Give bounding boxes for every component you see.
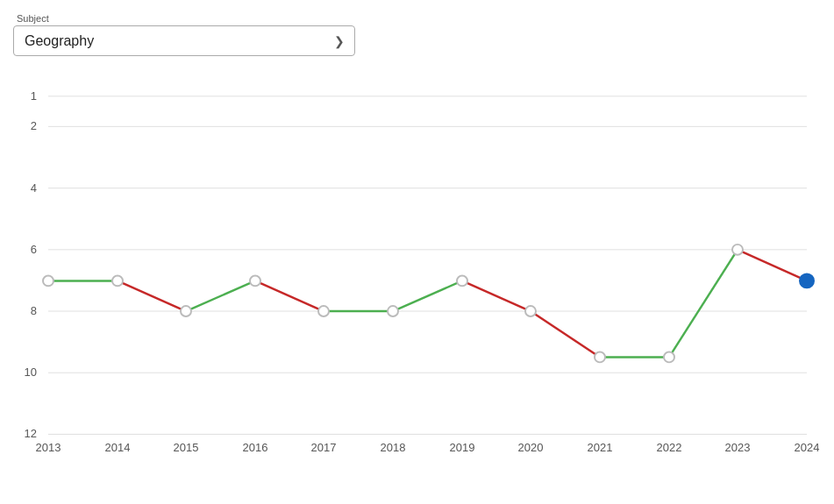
svg-text:2018: 2018 bbox=[381, 441, 406, 454]
svg-line-36 bbox=[738, 250, 807, 281]
svg-text:2016: 2016 bbox=[243, 441, 268, 454]
data-point-2024-current bbox=[799, 273, 815, 289]
svg-text:2019: 2019 bbox=[450, 441, 475, 454]
data-point-2015 bbox=[181, 306, 191, 316]
data-point-2020 bbox=[525, 306, 536, 316]
svg-line-29 bbox=[255, 280, 324, 311]
svg-text:6: 6 bbox=[31, 243, 37, 256]
svg-text:2015: 2015 bbox=[174, 441, 199, 454]
svg-text:2024: 2024 bbox=[795, 441, 820, 454]
svg-line-35 bbox=[669, 250, 738, 358]
rank-chart: 1 2 4 6 8 10 12 2013 2014 2015 2016 2017… bbox=[0, 79, 834, 469]
data-point-2017 bbox=[318, 306, 329, 316]
svg-text:2: 2 bbox=[31, 119, 37, 132]
svg-text:8: 8 bbox=[31, 304, 37, 317]
data-point-2014 bbox=[112, 275, 123, 286]
svg-text:2022: 2022 bbox=[657, 441, 682, 454]
svg-line-33 bbox=[531, 311, 600, 357]
svg-text:2013: 2013 bbox=[36, 441, 61, 454]
chart-area: 1 2 4 6 8 10 12 2013 2014 2015 2016 2017… bbox=[0, 79, 834, 469]
data-point-2023 bbox=[732, 245, 743, 255]
svg-text:12: 12 bbox=[25, 427, 37, 440]
data-point-2013 bbox=[43, 275, 53, 286]
data-point-2018 bbox=[388, 306, 398, 316]
svg-text:10: 10 bbox=[25, 366, 37, 379]
page-container: Subject Geography Mathematics Science Hi… bbox=[0, 0, 834, 504]
svg-text:2023: 2023 bbox=[725, 441, 751, 454]
subject-dropdown-wrapper: Subject Geography Mathematics Science Hi… bbox=[13, 13, 355, 56]
dropdown-label: Subject bbox=[13, 13, 355, 24]
data-point-2022 bbox=[664, 352, 674, 363]
svg-text:2017: 2017 bbox=[311, 441, 337, 454]
svg-text:2020: 2020 bbox=[518, 441, 544, 454]
svg-text:4: 4 bbox=[31, 181, 37, 195]
subject-select[interactable]: Geography Mathematics Science History En… bbox=[13, 25, 355, 56]
dropdown-container: Geography Mathematics Science History En… bbox=[13, 25, 355, 56]
data-point-2019 bbox=[457, 275, 467, 286]
svg-line-27 bbox=[118, 280, 186, 311]
data-point-2016 bbox=[250, 275, 260, 286]
svg-line-31 bbox=[393, 280, 462, 311]
svg-text:1: 1 bbox=[31, 89, 37, 103]
svg-line-32 bbox=[462, 280, 531, 311]
data-point-2021 bbox=[595, 352, 605, 363]
svg-text:2014: 2014 bbox=[105, 441, 131, 454]
svg-text:2021: 2021 bbox=[588, 441, 613, 454]
svg-line-28 bbox=[186, 280, 255, 311]
